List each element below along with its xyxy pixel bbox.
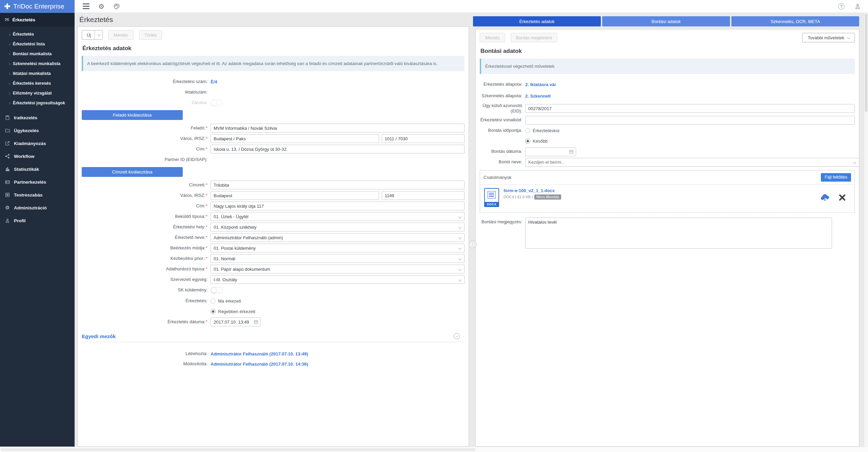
sidebar-item-workflow[interactable]: Workflow [0,150,75,163]
erkeztetéskor-radio[interactable] [525,128,530,133]
new-button[interactable]: Új [82,30,103,40]
szkenneles-allapot-link[interactable]: 2. Szkennelt [525,94,551,99]
form-row-bontas-idopontja-radio2: Később [480,137,855,146]
help-icon[interactable]: ? [838,3,845,9]
sidebar-item-profil[interactable]: Profil [0,214,75,227]
ma-erkezett-radio[interactable] [211,299,216,304]
panel-splitter-handle[interactable] [469,241,476,248]
field-label: Szkennelés állapota: [480,93,525,99]
file-upload-button[interactable]: Fájl feltöltés [821,173,851,182]
delete-button[interactable]: Törlés [139,30,162,40]
cimzett-kivalasztasa-button[interactable]: Címzett kiválasztása [82,167,183,177]
right-toolbar: Mentés Bontás megtörtént További művelet… [480,33,855,42]
felado-cim-input[interactable] [211,145,465,153]
sidebar-item-adminisztracio[interactable]: ⚙ Adminisztráció [0,201,75,214]
tab-bontasi-adatok[interactable]: Bontási adatok [602,16,730,26]
cimzett-irsz-input[interactable] [382,191,465,200]
settings-gear-icon[interactable]: ⚙ [98,3,104,10]
required-marker: * [206,224,208,229]
sidebar-subitem-erkeztetes-kereses[interactable]: ›Érkeztetés keresés [0,78,75,88]
bontasi-megjegyzes-textarea[interactable]: Hivatalos levél [525,218,832,249]
adathordozo-tipusa-select[interactable]: 01. Papír alapú dokumentum [211,265,465,273]
collapse-minus-icon[interactable]: – [454,333,460,339]
form-row-erkeztetes-allapota: Érkeztetés állapota: 2. Iktatásra vár [480,80,855,89]
felado-kivalasztasa-button[interactable]: Feladó kiválasztása [82,110,183,120]
sidebar-subitem-erkeztetes[interactable]: ›Érkeztetés [0,29,75,39]
save-button-right[interactable]: Mentés [480,33,505,42]
erkeztetesi-hely-select[interactable]: 01. Központi székhely [211,223,465,231]
section-title-bontasi-adatok: Bontási adatok [480,48,855,55]
sidebar-item-partnerkezeles[interactable]: Partnerkezelés [0,176,75,188]
field-label: Érkeztetési szám: [82,79,211,84]
form-row-erkeztetesi-vonalkod: Érkeztetési vonalkód: [480,116,855,125]
sidebar-subitem-iktatasi-munkalista[interactable]: ›Iktatási munkalista [0,68,75,78]
form-row-bontasi-megjegyzes: Bontási megjegyzés: Hivatalos levél [480,218,855,249]
modified-by-link[interactable]: Adminisztrátor Felhasználó (2017.07.10. … [211,362,308,367]
sidebar-subitem-erkeztetesi-jogosultsagok[interactable]: ›Érkeztetési jogosultságok [0,98,75,108]
erkeztetes-allapot-link[interactable]: 2. Iktatásra vár [525,82,556,87]
cimzett-varos-input[interactable] [211,191,379,200]
felado-irsz-input[interactable] [382,134,465,143]
form-row-felado-button: Feladó kiválasztása [82,109,465,122]
calendar-icon[interactable] [253,319,259,325]
topbar: TriDoc Enterprise ⚙ ? [0,0,868,13]
form-row-ugy-kulso-azonosito: Ügy külső azonosító (EID): [480,103,855,114]
felado-varos-input[interactable] [211,134,379,143]
beerkezes-modja-select[interactable]: 01. Postai küldemény [211,244,465,252]
share-nodes-icon [5,153,10,159]
sidebar-item-testreszabas[interactable]: Testreszabás [0,188,75,201]
erkeztetesi-szam-link[interactable]: É/4 [211,79,217,84]
horizontal-scrollbar-thumb[interactable] [1,448,475,451]
cimzett-input[interactable] [211,181,465,189]
remove-file-icon[interactable] [838,193,846,202]
field-label: Ügy külső azonosító (EID): [480,103,525,114]
sidebar-subitem-erkeztetesi-lista[interactable]: ›Érkeztetési lista [0,39,75,49]
kezbesitesi-prioritas-select[interactable]: 01. Normál [211,254,465,263]
docx-file-icon: DOCX [484,188,499,207]
regebben-erkezett-radio[interactable] [211,309,216,314]
field-label: Érkeztetési vonalkód: [480,117,525,123]
field-label: Város, IRSZ: [180,136,205,141]
attachment-filename-link[interactable]: form-e-100_v2_1_1.docx [504,188,561,193]
vertical-scrollbar-thumb[interactable] [865,14,867,112]
download-cloud-icon[interactable] [820,192,830,203]
field-label: Cím: [196,203,205,208]
menu-toggle-icon[interactable] [83,3,90,9]
attachment-item: DOCX form-e-100_v2_1_1.docx DOCX | 61.5 … [480,185,854,212]
bonto-neve-input[interactable] [525,158,859,167]
form-row-varos-irsz-cimzett: Város, IRSZ:* [82,191,465,200]
required-marker: * [206,214,208,219]
sidebar-subitem-szkennelesi-munkalista[interactable]: ›Szkennelési munkalista [0,59,75,68]
calendar-icon[interactable] [569,149,574,155]
sidebar-item-erkeztetes[interactable]: ✉ Érkeztetés [0,13,75,26]
theme-palette-icon[interactable] [113,3,120,10]
sidebar-item-statisztikak[interactable]: Statisztikák [0,163,75,176]
kesobb-radio[interactable] [525,139,530,144]
horizontal-scrollbar[interactable] [0,447,868,452]
bekuldo-tipusa-select[interactable]: 01. Üzleti - Ügyfél [211,212,465,221]
zarolva-toggle[interactable] [211,100,223,106]
sidebar-subitem-bontasi-munkalista[interactable]: ›Bontási munkalista [0,49,75,59]
user-profile-icon[interactable] [854,3,861,10]
created-by-link[interactable]: Adminisztrátor Felhasználó (2017.07.10. … [211,351,308,356]
erkezteto-neve-select[interactable]: Adminisztrátor Felhasználó (admin) [211,233,465,242]
save-button[interactable]: Mentés [108,30,134,40]
sidebar-item-ugykezeles[interactable]: Ügykezelés [0,124,75,137]
sidebar-subitem-elozmeny-vizsgalat[interactable]: ›Előzmény vizsgálat [0,88,75,98]
sidebar-item-iratkezeles[interactable]: Iratkezelés [0,111,75,124]
eid-input[interactable] [525,104,855,113]
vonalkod-input[interactable] [525,116,855,125]
chevron-down-icon [847,36,850,39]
szervezeti-egyseg-select[interactable]: I-III. Osztály [211,275,465,284]
bontas-megtortent-button[interactable]: Bontás megtörtént [511,33,557,42]
cimzett-cim-input[interactable] [211,202,465,210]
sk-kuldemeny-toggle[interactable] [211,287,223,293]
vertical-scrollbar[interactable] [864,13,868,447]
sidebar-item-kiadmanyozas[interactable]: Kiadmányozás [0,137,75,150]
new-dropdown-toggle[interactable] [94,30,102,39]
tab-szkenneles-ocr-meta[interactable]: Szkennelés, OCR, META [731,16,859,26]
felado-input[interactable] [211,124,465,132]
tovabbi-muveletek-button[interactable]: További műveletek [802,33,855,42]
tab-erkeztetes-adatok[interactable]: Érkeztetés adatok [473,16,601,26]
egyedi-mezok-title[interactable]: Egyedi mezők [82,333,116,339]
